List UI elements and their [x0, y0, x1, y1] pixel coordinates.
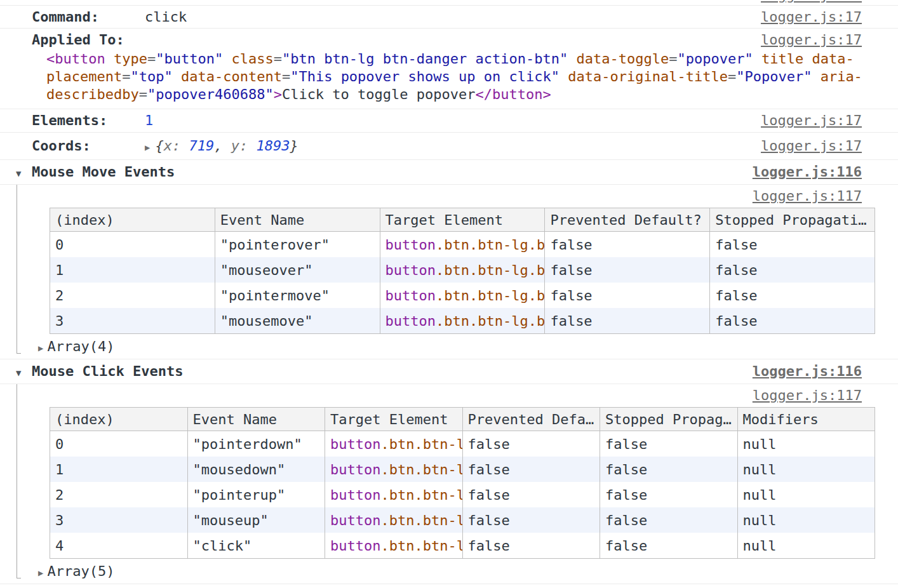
array-label[interactable]: Array(5) — [47, 563, 114, 579]
table-cell-index: 1 — [50, 257, 215, 283]
table-cell-event: "mousedown" — [187, 457, 325, 482]
table-cell-index: 3 — [50, 507, 188, 533]
table-cell-event: "click" — [187, 533, 325, 559]
source-link[interactable]: logger.js:17 — [761, 30, 862, 50]
group-header-mouse-move-events[interactable]: ▼Mouse Move Events logger.js:116 — [0, 160, 898, 185]
table-cell-prevented: false — [545, 308, 710, 334]
table-cell-target: button.btn.btn-lg.btn-danger.action-btn — [380, 308, 545, 334]
source-link[interactable]: logger.js:116 — [753, 359, 862, 384]
table-cell-event: "mousemove" — [215, 308, 380, 334]
source-link[interactable]: logger.js:117 — [753, 384, 862, 407]
table-column-header[interactable]: Stopped Propagation? — [600, 408, 738, 431]
table-column-header[interactable]: Target Element — [380, 208, 545, 232]
coords-label: Coords: — [32, 133, 145, 159]
table-cell-stopped: false — [710, 257, 875, 283]
source-link[interactable]: logger.js:17 — [761, 109, 862, 132]
applied-to-label: Applied To: — [32, 30, 145, 50]
log-row-table-source: logger.js:117 — [0, 185, 898, 208]
group-title: Mouse Click Events — [32, 363, 183, 379]
table-cell-prevented: false — [462, 507, 600, 533]
table-cell-index: 4 — [50, 533, 188, 559]
expand-triangle-icon[interactable]: ▶ — [145, 142, 150, 152]
table-row: 0"pointerdown"button.btn.btn-lg.btn-dang… — [50, 431, 875, 457]
group-header-mouse-click-events[interactable]: ▼Mouse Click Events logger.js:116 — [0, 359, 898, 384]
source-link[interactable]: logger.js:17 — [761, 133, 862, 159]
table-cell-index: 0 — [50, 431, 188, 457]
array-preview-row: ▶Array(5) — [0, 559, 898, 584]
coords-object-preview[interactable]: {x: 719, y: 1893} — [155, 138, 298, 154]
table-cell-modifiers: null — [737, 507, 875, 533]
table-cell-stopped: false — [600, 533, 738, 559]
collapse-triangle-icon[interactable]: ▼ — [16, 161, 32, 185]
table-cell-modifiers: null — [737, 431, 875, 457]
table-column-header[interactable]: (index) — [50, 208, 215, 232]
table-cell-index: 2 — [50, 283, 215, 308]
command-value: click — [145, 9, 187, 25]
table-cell-stopped: false — [600, 431, 738, 457]
table-cell-event: "pointerover" — [215, 232, 380, 258]
table-cell-index: 1 — [50, 457, 188, 482]
table-column-header[interactable]: Target Element — [325, 408, 463, 431]
source-link[interactable]: logger.js:17 — [761, 0, 862, 3]
table-column-header[interactable]: Stopped Propagation? — [710, 208, 875, 232]
table-cell-prevented: false — [545, 283, 710, 308]
table-cell-target: button.btn.btn-lg.btn-danger.action-btn — [380, 232, 545, 258]
table-cell-stopped: false — [600, 482, 738, 507]
table-column-header[interactable]: Modifiers — [737, 408, 875, 431]
table-cell-index: 2 — [50, 482, 188, 507]
table-cell-prevented: false — [462, 482, 600, 507]
code-line: <button type="button" class="btn btn-lg … — [46, 50, 898, 68]
log-row-partial: logger.js:17 — [0, 0, 898, 6]
table-column-header[interactable]: (index) — [50, 408, 188, 431]
group-body-mouse-move-events: logger.js:117 (index)Event NameTarget El… — [0, 185, 898, 359]
table-cell-stopped: false — [600, 507, 738, 533]
table-cell-prevented: false — [462, 431, 600, 457]
table-row: 0"pointerover"button.btn.btn-lg.btn-dang… — [50, 232, 875, 258]
table-cell-target: button.btn.btn-lg.btn-danger.action-btn — [325, 482, 463, 507]
table-cell-modifiers: null — [737, 482, 875, 507]
expand-triangle-icon[interactable]: ▶ — [38, 343, 43, 353]
table-cell-modifiers: null — [737, 457, 875, 482]
group-body-mouse-click-events: logger.js:117 (index)Event NameTarget El… — [0, 384, 898, 584]
table-row: 3"mousemove"button.btn.btn-lg.btn-danger… — [50, 308, 875, 334]
group-title: Mouse Move Events — [32, 164, 175, 180]
table-cell-event: "mouseup" — [187, 507, 325, 533]
array-preview-row: ▶Array(4) — [0, 334, 898, 359]
table-column-header[interactable]: Prevented Default? — [462, 408, 600, 431]
mouse-click-events-table: (index)Event NameTarget ElementPrevented… — [50, 407, 875, 559]
log-row-command: Command:click logger.js:17 — [0, 6, 898, 29]
table-cell-index: 3 — [50, 308, 215, 334]
source-link[interactable]: logger.js:116 — [753, 160, 862, 184]
log-row-elements: Elements:1 logger.js:17 — [0, 109, 898, 133]
table-cell-event: "pointerdown" — [187, 431, 325, 457]
table-column-header[interactable]: Event Name — [187, 408, 325, 431]
expand-triangle-icon[interactable]: ▶ — [38, 568, 43, 578]
collapse-triangle-icon[interactable]: ▼ — [16, 361, 32, 385]
table-column-header[interactable]: Prevented Default? — [545, 208, 710, 232]
table-cell-prevented: false — [545, 257, 710, 283]
mouse-move-events-table: (index)Event NameTarget ElementPrevented… — [50, 208, 875, 334]
table-cell-index: 0 — [50, 232, 215, 258]
console-panel: logger.js:17 Command:click logger.js:17 … — [0, 0, 898, 584]
command-label: Command: — [32, 6, 145, 28]
table-cell-target: button.btn.btn-lg.btn-danger.action-btn — [325, 507, 463, 533]
table-cell-target: button.btn.btn-lg.btn-danger.action-btn — [380, 257, 545, 283]
table-cell-event: "pointermove" — [215, 283, 380, 308]
table-cell-stopped: false — [600, 457, 738, 482]
table-cell-stopped: false — [710, 308, 875, 334]
table-cell-prevented: false — [462, 533, 600, 559]
table-cell-prevented: false — [462, 457, 600, 482]
array-label[interactable]: Array(4) — [47, 338, 114, 354]
source-link[interactable]: logger.js:17 — [761, 6, 862, 28]
elements-label: Elements: — [32, 109, 145, 132]
table-column-header[interactable]: Event Name — [215, 208, 380, 232]
table-cell-prevented: false — [545, 232, 710, 258]
table-cell-modifiers: null — [737, 533, 875, 559]
source-link[interactable]: logger.js:117 — [753, 185, 862, 208]
table-cell-stopped: false — [710, 232, 875, 258]
table-cell-stopped: false — [710, 283, 875, 308]
table-cell-target: button.btn.btn-lg.btn-danger.action-btn — [325, 431, 463, 457]
table-row: 1"mouseover"button.btn.btn-lg.btn-danger… — [50, 257, 875, 283]
table-cell-target: button.btn.btn-lg.btn-danger.action-btn — [325, 457, 463, 482]
table-cell-target: button.btn.btn-lg.btn-danger.action-btn — [380, 283, 545, 308]
